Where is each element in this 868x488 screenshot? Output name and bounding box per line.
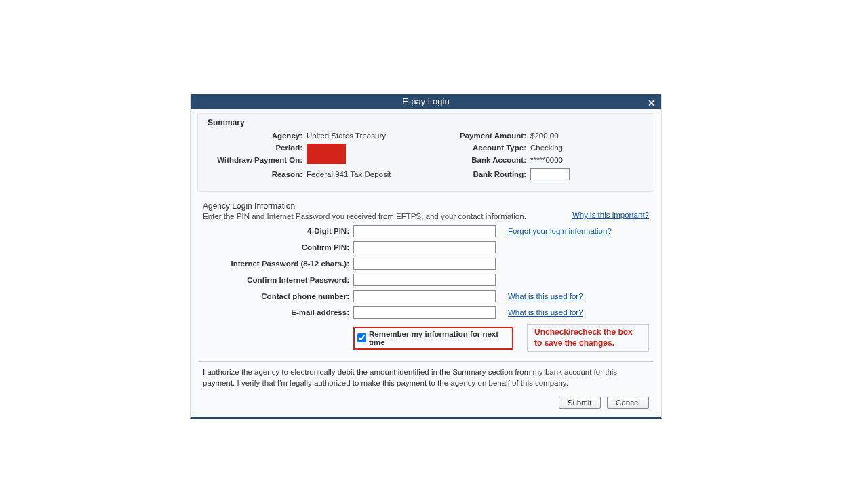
agency-value: United States Treasury	[307, 131, 442, 140]
remember-checkbox[interactable]	[357, 333, 366, 342]
pin-label: 4-Digit PIN:	[203, 227, 349, 235]
pin-input[interactable]	[353, 225, 496, 237]
remember-info-highlight: Remember my information for next time	[353, 327, 513, 350]
submit-button[interactable]: Submit	[559, 396, 601, 409]
period-redacted-block	[307, 144, 346, 164]
account-type-value: Checking	[530, 144, 646, 152]
password-label: Internet Password (8-12 chars.):	[203, 260, 349, 268]
phone-label: Contact phone number:	[203, 292, 349, 300]
payment-amount-value: $200.00	[530, 131, 646, 140]
payment-amount-label: Payment Amount:	[442, 131, 530, 140]
agency-label: Agency:	[205, 131, 307, 140]
summary-panel: Summary Agency: United States Treasury P…	[197, 113, 654, 192]
bank-account-label: Bank Account:	[442, 156, 530, 164]
password-input[interactable]	[353, 258, 496, 270]
phone-used-for-link[interactable]: What is this used for?	[504, 292, 649, 300]
account-type-label: Account Type:	[442, 144, 530, 152]
phone-input[interactable]	[353, 290, 496, 302]
summary-grid: Agency: United States Treasury Payment A…	[203, 131, 648, 180]
confirm-password-label: Confirm Internet Password:	[203, 276, 349, 284]
confirm-password-input[interactable]	[353, 274, 496, 286]
period-value	[307, 144, 442, 164]
remember-label: Remember my information for next time	[369, 330, 508, 346]
summary-title: Summary	[208, 118, 648, 127]
dialog-title-bar: E-pay Login ✕	[191, 94, 661, 109]
agency-title: Agency Login Information	[203, 201, 649, 211]
reason-label: Reason:	[205, 170, 307, 178]
forgot-login-link[interactable]: Forgot your login information?	[504, 227, 649, 235]
bank-account-value: *****0000	[530, 156, 646, 164]
confirm-pin-input[interactable]	[353, 241, 496, 253]
bank-routing-input[interactable]	[530, 168, 570, 180]
cancel-button[interactable]: Cancel	[607, 396, 649, 409]
bank-routing-value	[530, 168, 646, 180]
bank-routing-label: Bank Routing:	[442, 170, 530, 178]
divider	[199, 361, 653, 362]
remember-callout: Uncheck/recheck the box to save the chan…	[527, 324, 649, 352]
confirm-pin-label: Confirm PIN:	[203, 243, 349, 251]
agency-hint: Enter the PIN and Internet Password you …	[203, 212, 526, 220]
email-input[interactable]	[353, 306, 496, 319]
epay-login-dialog: E-pay Login ✕ Summary Agency: United Sta…	[190, 94, 662, 419]
email-used-for-link[interactable]: What is this used for?	[504, 308, 649, 317]
button-row: Submit Cancel	[191, 396, 649, 409]
period-label: Period:	[205, 144, 307, 152]
email-label: E-mail address:	[203, 308, 349, 317]
reason-value: Federal 941 Tax Deposit	[307, 170, 442, 178]
close-icon[interactable]: ✕	[648, 96, 656, 110]
withdraw-label: Withdraw Payment On:	[205, 156, 307, 164]
why-important-link[interactable]: Why is this important?	[572, 211, 649, 219]
agency-login-section: Agency Login Information Enter the PIN a…	[197, 201, 654, 352]
dialog-title: E-pay Login	[402, 96, 449, 106]
authorization-text: I authorize the agency to electronically…	[203, 367, 649, 388]
